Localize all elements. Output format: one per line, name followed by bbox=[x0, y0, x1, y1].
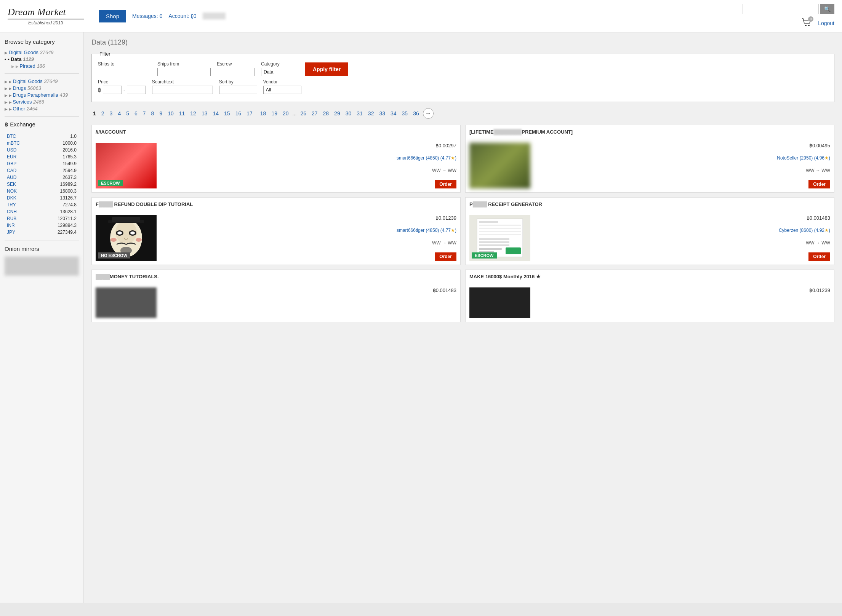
page-3[interactable]: 3 bbox=[108, 110, 114, 117]
exchange-rate: 2594.9 bbox=[36, 168, 78, 174]
product-info-2: ฿0.00495 NotoSeller (2950) (4.96★) WW → … bbox=[534, 143, 830, 188]
category-other[interactable]: ▶ Other 2454 bbox=[5, 106, 79, 112]
exchange-row: JPY227349.4 bbox=[5, 229, 78, 235]
ships-from-input[interactable] bbox=[157, 68, 211, 76]
apply-filter-button[interactable]: Apply filter bbox=[305, 62, 348, 76]
page-19[interactable]: 19 bbox=[270, 110, 279, 117]
page-28[interactable]: 28 bbox=[322, 110, 331, 117]
category-input[interactable] bbox=[261, 68, 299, 76]
sort-by-label: Sort by bbox=[219, 79, 257, 85]
ships-to-label: Ships to bbox=[98, 61, 151, 67]
product-image-area-5 bbox=[96, 287, 157, 318]
page-6[interactable]: 6 bbox=[133, 110, 139, 117]
category-pirated: ▶ Pirated 186 bbox=[11, 63, 79, 69]
page-32[interactable]: 32 bbox=[367, 110, 376, 117]
svg-rect-16 bbox=[479, 228, 521, 229]
page-27[interactable]: 27 bbox=[310, 110, 319, 117]
vendor-input[interactable] bbox=[263, 86, 301, 94]
no-escrow-badge-3: NO ESCROW bbox=[98, 252, 130, 259]
category-data[interactable]: • Data 1129 bbox=[5, 56, 79, 62]
product-title-2: [LIFETIME████████PREMIUM ACCOUNT] bbox=[469, 129, 830, 140]
product-actions-4: Order bbox=[534, 252, 830, 261]
cart-icon-area[interactable]: 0 bbox=[801, 18, 812, 28]
page-16[interactable]: 16 bbox=[234, 110, 243, 117]
product-seller-2[interactable]: NotoSeller (2950) (4.96★) bbox=[534, 155, 830, 161]
order-button-2[interactable]: Order bbox=[808, 180, 830, 188]
page-13[interactable]: 13 bbox=[200, 110, 209, 117]
product-layout-6: ฿0.01239 bbox=[469, 287, 830, 318]
page-12[interactable]: 12 bbox=[189, 110, 198, 117]
exchange-rate: 2016.0 bbox=[36, 147, 78, 153]
page-5[interactable]: 5 bbox=[125, 110, 131, 117]
sort-by-input[interactable] bbox=[219, 86, 257, 94]
page-33[interactable]: 33 bbox=[378, 110, 387, 117]
product-title-3: F████ REFUND DOUBLE DIP TUTORIAL bbox=[96, 201, 456, 213]
escrow-input[interactable] bbox=[217, 68, 255, 76]
product-info-3: ฿0.01239 smart666tiger (4850) (4.77★) WW… bbox=[160, 215, 456, 261]
page-20[interactable]: 20 bbox=[281, 110, 290, 117]
product-seller-4[interactable]: Cyberzen (8600) (4.92★) bbox=[534, 228, 830, 233]
svg-rect-17 bbox=[479, 231, 521, 232]
order-button-3[interactable]: Order bbox=[435, 252, 456, 261]
page-2[interactable]: 2 bbox=[100, 110, 106, 117]
search-button[interactable]: 🔍 bbox=[820, 4, 834, 14]
messages-link[interactable]: Messages: 0 bbox=[132, 13, 162, 19]
exchange-row: BTC1.0 bbox=[5, 133, 78, 139]
page-29[interactable]: 29 bbox=[333, 110, 342, 117]
exchange-currency: DKK bbox=[5, 195, 35, 201]
exchange-table: BTC1.0mBTC1000.0USD2016.0EUR1765.3GBP154… bbox=[5, 132, 79, 236]
page-14[interactable]: 14 bbox=[211, 110, 220, 117]
svg-point-6 bbox=[117, 231, 122, 235]
page-1[interactable]: 1 bbox=[91, 110, 98, 117]
product-seller-3[interactable]: smart666tiger (4850) (4.77★) bbox=[160, 228, 456, 233]
ships-to-input[interactable] bbox=[98, 68, 151, 76]
page-18[interactable]: 18 bbox=[259, 110, 268, 117]
category-services[interactable]: ▶ Services 2466 bbox=[5, 99, 79, 105]
page-4[interactable]: 4 bbox=[116, 110, 122, 117]
next-page-button[interactable]: → bbox=[423, 108, 434, 119]
exchange-row: NOK16800.3 bbox=[5, 188, 78, 194]
page-7[interactable]: 7 bbox=[141, 110, 147, 117]
product-card-1: ////ACCOUNT ESCROW ฿0.00297 smart666tige… bbox=[91, 125, 461, 193]
order-button-4[interactable]: Order bbox=[808, 252, 830, 261]
svg-point-9 bbox=[110, 238, 117, 242]
product-card-3: F████ REFUND DOUBLE DIP TUTORIAL bbox=[91, 197, 461, 265]
category-drugs[interactable]: ▶ Drugs 56063 bbox=[5, 85, 79, 91]
category-digital-goods-bottom[interactable]: ▶ Digital Goods 37649 bbox=[5, 78, 79, 84]
page-31[interactable]: 31 bbox=[355, 110, 364, 117]
browse-category-title: Browse by category bbox=[5, 38, 79, 45]
exchange-row: AUD2637.3 bbox=[5, 174, 78, 180]
order-button-1[interactable]: Order bbox=[435, 180, 456, 188]
page-8[interactable]: 8 bbox=[150, 110, 156, 117]
page-36[interactable]: 36 bbox=[411, 110, 421, 117]
exchange-row: CNH13628.1 bbox=[5, 209, 78, 215]
searchtext-input[interactable] bbox=[152, 86, 213, 94]
category-digital-goods-top[interactable]: Digital Goods 37649 bbox=[5, 49, 79, 55]
page-35[interactable]: 35 bbox=[400, 110, 410, 117]
exchange-row: DKK13126.7 bbox=[5, 195, 78, 201]
page-26[interactable]: 26 bbox=[299, 110, 308, 117]
category-drugs-paraphernalia[interactable]: ▶ Drugs Paraphernalia 439 bbox=[5, 92, 79, 98]
svg-point-7 bbox=[130, 231, 135, 235]
account-link[interactable]: Account: ₿0 bbox=[168, 13, 196, 19]
shop-button[interactable]: Shop bbox=[99, 10, 126, 22]
searchtext-label: Searchtext bbox=[152, 79, 213, 85]
logout-link[interactable]: Logout bbox=[818, 20, 834, 26]
svg-rect-23 bbox=[479, 248, 502, 250]
page-15[interactable]: 15 bbox=[223, 110, 232, 117]
page-11[interactable]: 11 bbox=[178, 110, 187, 117]
page-9[interactable]: 9 bbox=[158, 110, 164, 117]
price-min-input[interactable] bbox=[103, 86, 122, 94]
product-seller-1[interactable]: smart666tiger (4850) (4.77★) bbox=[160, 155, 456, 161]
page-34[interactable]: 34 bbox=[389, 110, 398, 117]
onion-title: Onion mirrors bbox=[5, 246, 79, 252]
page-30[interactable]: 30 bbox=[344, 110, 353, 117]
product-card-4: P████ RECEIPT GENERATOR bbox=[465, 197, 834, 265]
svg-rect-22 bbox=[506, 247, 521, 254]
product-layout-3: NO ESCROW ฿0.01239 smart666tiger (4850) … bbox=[96, 215, 456, 261]
page-17[interactable]: 17 bbox=[245, 110, 254, 117]
exchange-rate: 1765.3 bbox=[36, 154, 78, 160]
search-input[interactable] bbox=[743, 4, 819, 14]
price-max-input[interactable] bbox=[127, 86, 146, 94]
page-10[interactable]: 10 bbox=[166, 110, 175, 117]
